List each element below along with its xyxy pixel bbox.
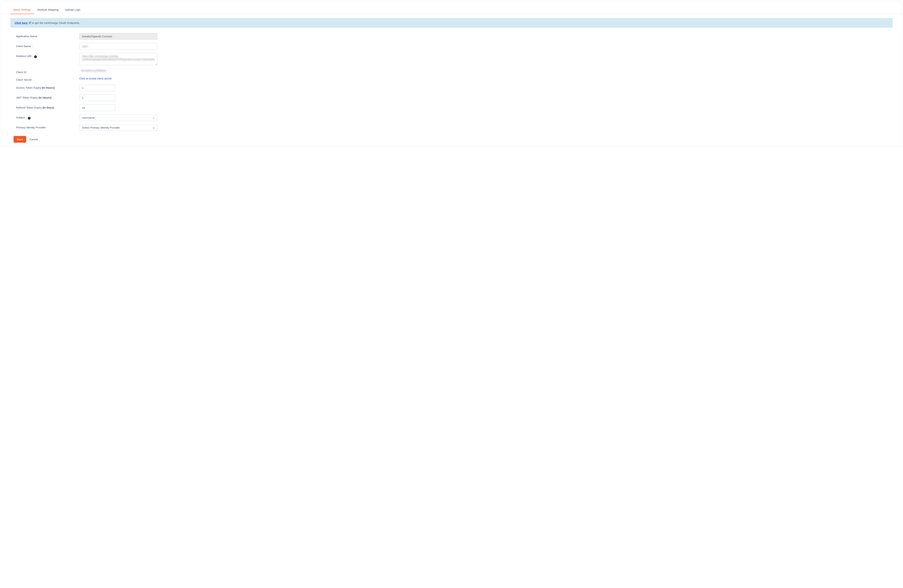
save-button[interactable]: Save — [14, 136, 26, 143]
client-secret-label: Client Secret : — [16, 77, 79, 81]
info-icon[interactable]: i — [28, 117, 30, 119]
endpoints-alert: Click here to get the miniOrange OAuth E… — [10, 18, 893, 28]
access-expiry-label: Access Token Expiry (In Hours): — [16, 85, 79, 89]
reveal-secret-link[interactable]: Click to reveal client secret — [79, 77, 112, 80]
subject-select[interactable]: Username — [79, 114, 157, 121]
provider-label: Primary Identity Provider : — [16, 124, 79, 129]
refresh-expiry-label: Refresh Token Expiry (In Days): — [16, 104, 79, 109]
access-expiry-input[interactable] — [79, 85, 115, 91]
tab-upload-logo[interactable]: Upload Logo — [62, 6, 83, 14]
provider-select[interactable]: Select Primary Identity Provider — [79, 124, 157, 131]
settings-form: Application Name : Client Name : Redirec… — [10, 33, 893, 131]
tab-bar: Basic Settings Attribute Mapping Upload … — [1, 6, 902, 14]
jwt-expiry-label: JWT Token Expiry (In Hours): — [16, 94, 79, 99]
external-link-icon — [29, 22, 31, 24]
info-icon[interactable]: i — [34, 55, 37, 58]
subject-label: Subject : i — [16, 114, 79, 119]
refresh-expiry-input[interactable] — [79, 104, 115, 111]
svg-line-0 — [30, 22, 31, 23]
redirect-uri-label: Redirect URI : i — [16, 53, 79, 58]
app-name-label: Application Name : — [16, 33, 79, 38]
settings-panel: Basic Settings Attribute Mapping Upload … — [1, 1, 902, 146]
form-actions: Save Cancel — [10, 136, 893, 143]
endpoints-suffix: to get the miniOrange OAuth Endpoints. — [32, 21, 80, 24]
app-name-input — [79, 33, 157, 40]
tab-basic-settings[interactable]: Basic Settings — [10, 6, 34, 14]
client-id-value: -wCwaDmLyDN84ezl — [79, 69, 106, 72]
cancel-button[interactable]: Cancel — [30, 138, 38, 141]
client-id-label: Client ID : — [16, 69, 79, 74]
redirect-uri-textarea[interactable]: https://dju.miniorange.com/wp-content/up… — [79, 53, 157, 65]
tab-attribute-mapping[interactable]: Attribute Mapping — [34, 6, 62, 14]
tab-content: Click here to get the miniOrange OAuth E… — [1, 14, 902, 143]
endpoints-link-text: Click here — [15, 21, 28, 24]
jwt-expiry-input[interactable] — [79, 94, 115, 101]
client-name-input[interactable] — [79, 43, 157, 50]
endpoints-link[interactable]: Click here — [15, 21, 32, 24]
client-name-label: Client Name : — [16, 43, 79, 48]
